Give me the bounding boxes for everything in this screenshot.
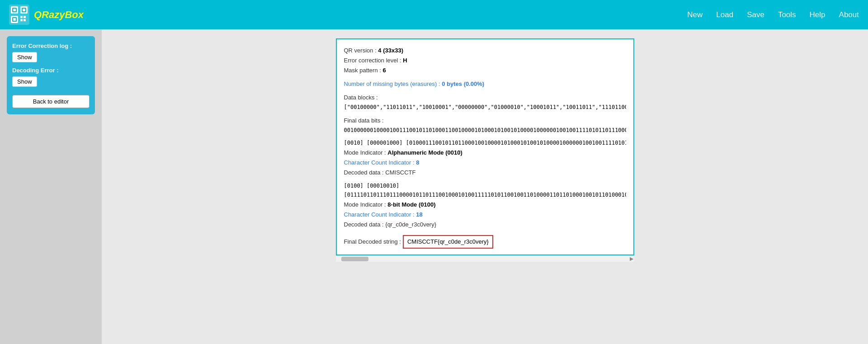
mask-pattern-line: Mask pattern : 6 <box>344 66 626 75</box>
sidebar: Error Correction log : Show Decoding Err… <box>0 29 102 344</box>
header: QRazyBox New Load Save Tools Help About <box>0 0 868 29</box>
info-panel: QR version : 4 (33x33) Error correction … <box>336 38 634 255</box>
segment1-bits: [0010] [000001000] [01000111001011011000… <box>344 138 626 147</box>
decoded-data-2-line: Decoded data : {qr_c0de_r3c0very} <box>344 220 626 230</box>
logo-text: QRazyBox <box>34 9 84 21</box>
back-to-editor-button[interactable]: Back to editor <box>12 95 90 108</box>
decoded-data-1-line: Decoded data : CMISCCTF <box>344 168 626 178</box>
nav-load[interactable]: Load <box>716 10 733 19</box>
final-decoded-value: CMISCCTF{qr_c0de_r3c0very} <box>403 235 493 249</box>
error-correction-label: Error Correction log : <box>12 42 90 49</box>
svg-rect-11 <box>24 16 26 18</box>
nav-help[interactable]: Help <box>810 10 826 19</box>
nav-save[interactable]: Save <box>747 10 764 19</box>
segment2-bits-a: [0100] [00010010] <box>344 181 626 190</box>
scrollbar-thumb[interactable] <box>341 257 368 261</box>
missing-bytes-line: Number of missing bytes (erasures) : 0 b… <box>344 79 626 89</box>
horizontal-scrollbar[interactable]: ▶ <box>336 255 634 262</box>
svg-rect-12 <box>20 19 23 21</box>
nav-about[interactable]: About <box>839 10 859 19</box>
char-count-2-line: Character Count Indicator : 18 <box>344 210 626 220</box>
svg-rect-13 <box>24 19 26 21</box>
final-decoded-label: Final Decoded string : <box>344 237 401 247</box>
header-nav: New Load Save Tools Help About <box>687 10 859 19</box>
svg-rect-10 <box>20 16 23 18</box>
qr-version-line: QR version : 4 (33x33) <box>344 46 626 56</box>
final-data-bits-value: 0010000001000010011100101101000110010000… <box>344 126 626 135</box>
nav-new[interactable]: New <box>687 10 703 19</box>
data-blocks-label: Data blocks : <box>344 93 626 103</box>
show-error-correction-button[interactable]: Show <box>12 52 37 62</box>
sidebar-card: Error Correction log : Show Decoding Err… <box>7 36 95 114</box>
logo-area: QRazyBox <box>9 5 84 25</box>
logo-icon <box>9 5 29 25</box>
show-decoding-error-button[interactable]: Show <box>12 76 37 87</box>
segment2-bits-b: [011110110111011100001011011100100010100… <box>344 190 626 199</box>
char-count-1-line: Character Count Indicator : 8 <box>344 158 626 168</box>
logo-q: Q <box>34 9 42 20</box>
svg-rect-9 <box>13 18 16 21</box>
nav-tools[interactable]: Tools <box>778 10 796 19</box>
decoding-error-label: Decoding Error : <box>12 67 90 74</box>
mode-indicator-2-line: Mode Indicator : 8-bit Mode (0100) <box>344 200 626 210</box>
content-area: QR version : 4 (33x33) Error correction … <box>102 29 868 344</box>
svg-rect-3 <box>13 9 16 11</box>
error-correction-line: Error correction level : H <box>344 56 626 66</box>
final-data-bits-label: Final data bits : <box>344 116 626 126</box>
final-decoded-line: Final Decoded string : CMISCCTF{qr_c0de_… <box>344 235 626 249</box>
svg-rect-6 <box>23 9 25 11</box>
data-blocks-value: ["00100000","11011011","10010001","00000… <box>344 103 626 112</box>
main-layout: Error Correction log : Show Decoding Err… <box>0 29 868 344</box>
mode-indicator-1-line: Mode Indicator : Alphanumeric Mode (0010… <box>344 148 626 158</box>
